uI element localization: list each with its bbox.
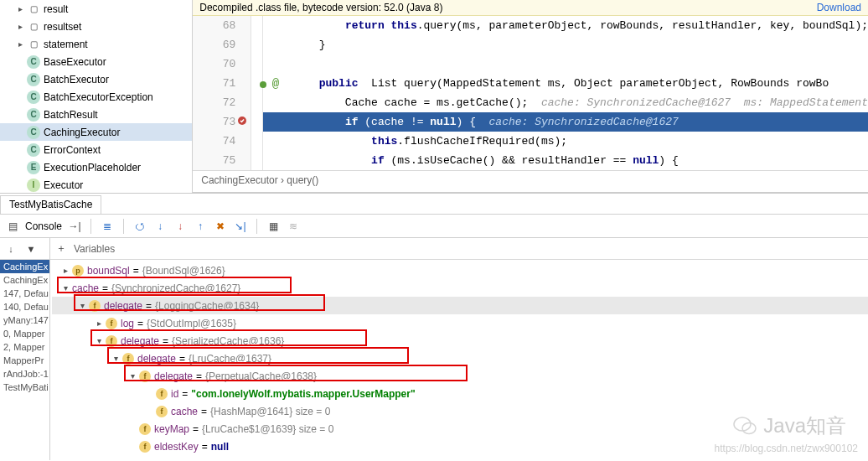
frame-item[interactable]: 2, Mapper — [0, 340, 49, 354]
var-icon: f — [156, 388, 168, 400]
frame-item[interactable]: yMany:147 — [0, 313, 49, 327]
var-icon: p — [72, 265, 84, 277]
decompile-banner: Decompiled .class file, bytecode version… — [193, 0, 868, 16]
variable-row[interactable]: ▾fdelegate={PerpetualCache@1638} — [52, 367, 868, 385]
variable-row[interactable]: ▾cache={SynchronizedCache@1627} — [52, 279, 868, 297]
breadcrumb[interactable]: CachingExecutor › query() — [193, 170, 868, 190]
chevron-icon[interactable]: ▸ — [64, 266, 72, 275]
chevron-right-icon: › — [278, 174, 287, 186]
var-name: eldestKey — [154, 441, 199, 453]
chevron-icon[interactable]: ▸ — [18, 39, 27, 49]
console-icon[interactable]: ▤ — [5, 219, 20, 234]
variable-row[interactable]: ▾fdelegate={LruCache@1637} — [52, 350, 868, 367]
separator — [256, 219, 257, 234]
chevron-icon[interactable]: ▸ — [18, 4, 27, 13]
project-tree-item[interactable]: ▸▢statement — [0, 35, 192, 53]
chevron-icon[interactable]: ▸ — [97, 319, 106, 328]
var-icon: f — [122, 353, 134, 365]
chevron-icon[interactable]: ▾ — [80, 301, 89, 310]
frame-item[interactable]: 0, Mapper — [0, 327, 49, 340]
chevron-icon[interactable]: ▸ — [18, 22, 27, 31]
variable-row[interactable]: ▾fdelegate={LoggingCache@1634} — [52, 297, 868, 314]
watermark: Java知音 — [733, 412, 846, 439]
project-tree-item[interactable]: IExecutor — [0, 176, 192, 193]
frames-icon[interactable]: ≣ — [100, 219, 115, 234]
force-step-into-icon[interactable]: ↓ — [173, 219, 188, 234]
add-watch-icon[interactable]: ＋ — [54, 241, 69, 256]
chevron-icon[interactable]: ▾ — [64, 283, 72, 293]
var-icon: f — [89, 300, 101, 312]
frame-item[interactable]: TestMyBati — [0, 381, 49, 394]
debug-tab[interactable]: TestMyBatisCache — [0, 195, 101, 214]
code-line[interactable]: if (cache != null) { cache: Synchronized… — [263, 112, 868, 132]
code-area[interactable]: 68697071@72737475 return this.query(ms, … — [193, 16, 868, 170]
code-line[interactable]: this.flushCacheIfRequired(ms); — [263, 132, 868, 151]
tab-out-icon[interactable]: →| — [67, 219, 82, 234]
debug-toolbar: ▤ Console →| ≣ ⭯ ↓ ↓ ↑ ✖ ↘| ▦ ≋ — [0, 215, 868, 238]
breakpoint-icon[interactable] — [237, 116, 247, 126]
step-out-icon[interactable]: ↑ — [193, 219, 208, 234]
step-into-icon[interactable]: ↓ — [152, 219, 168, 234]
code-line[interactable]: } — [263, 35, 868, 54]
breadcrumb-class[interactable]: CachingExecutor — [201, 174, 277, 186]
code-line[interactable]: if (ms.isUseCache() && resultHandler == … — [263, 151, 868, 170]
trace-icon[interactable]: ≋ — [286, 219, 301, 234]
var-name: keyMap — [154, 423, 189, 435]
drop-frame-icon[interactable]: ✖ — [213, 219, 228, 234]
code-line[interactable]: Cache cache = ms.getCache(); cache: Sync… — [263, 93, 868, 112]
project-tree-item[interactable]: ▸▢resultset — [0, 18, 192, 35]
tree-label: statement — [44, 39, 88, 50]
file-icon: E — [27, 161, 40, 174]
project-tree-item[interactable]: EExecutionPlaceholder — [0, 158, 192, 176]
override-icon[interactable] — [259, 76, 267, 96]
chevron-icon[interactable]: ▾ — [97, 336, 106, 345]
breadcrumb-method[interactable]: query() — [287, 174, 318, 186]
code-line[interactable]: public List query(MappedStatement ms, Ob… — [263, 74, 868, 93]
tree-label: resultset — [44, 21, 81, 33]
evaluate-icon[interactable]: ▦ — [266, 219, 281, 234]
down-icon[interactable]: ↓ — [3, 241, 18, 256]
code-line[interactable]: return this.query(ms, parameterObject, r… — [263, 16, 868, 35]
tree-label: BaseExecutor — [44, 56, 106, 68]
project-tree-item[interactable]: CBatchResult — [0, 106, 192, 123]
var-name: id — [171, 388, 178, 400]
step-over-icon[interactable]: ⭯ — [132, 219, 147, 234]
project-tree-item[interactable]: CBatchExecutorException — [0, 88, 192, 106]
frames-toolbar: ↓ ▼ — [0, 238, 49, 260]
download-link[interactable]: Download — [817, 2, 861, 13]
tree-label: Executor — [44, 179, 83, 191]
project-tree-item[interactable]: CErrorContext — [0, 141, 192, 158]
file-icon: C — [27, 126, 40, 139]
chevron-icon[interactable]: ▾ — [131, 371, 139, 381]
variable-row[interactable]: ▸pboundSql={BoundSql@1626} — [52, 262, 868, 279]
variable-row[interactable]: ▾fdelegate={SerializedCache@1636} — [52, 332, 868, 350]
filter-icon[interactable]: ▼ — [23, 241, 39, 256]
file-icon: C — [27, 108, 40, 122]
vars-title: Variables — [74, 243, 115, 255]
frame-item[interactable]: MapperPr — [0, 354, 49, 367]
var-icon: f — [106, 318, 117, 329]
code-line[interactable] — [263, 54, 868, 74]
var-icon: f — [139, 370, 151, 382]
project-tree-item[interactable]: CCachingExecutor — [0, 123, 192, 141]
file-icon: ▢ — [27, 3, 40, 16]
editor: Decompiled .class file, bytecode version… — [193, 0, 868, 193]
project-tree[interactable]: ▸▢result▸▢resultset▸▢statementCBaseExecu… — [0, 0, 193, 193]
project-tree-item[interactable]: CBatchExecutor — [0, 70, 192, 88]
var-name: delegate — [137, 353, 176, 365]
frame-item[interactable]: CachingEx — [0, 273, 49, 287]
frames-list[interactable]: ↓ ▼ CachingExCachingEx147, Defau140, Def… — [0, 238, 50, 460]
variable-row[interactable]: ▸flog={StdOutImpl@1635} — [52, 314, 868, 332]
console-label[interactable]: Console — [25, 220, 62, 232]
frame-item[interactable]: rAndJob:-1 — [0, 367, 49, 381]
frame-item[interactable]: CachingEx — [0, 260, 49, 273]
var-name: log — [121, 318, 134, 329]
frame-item[interactable]: 140, Defau — [0, 300, 49, 313]
run-to-cursor-icon[interactable]: ↘| — [233, 219, 248, 234]
variable-row[interactable]: fid="com.lonelyWolf.mybatis.mapper.UserM… — [52, 385, 868, 402]
code-lines[interactable]: return this.query(ms, parameterObject, r… — [263, 16, 868, 170]
frame-item[interactable]: 147, Defau — [0, 287, 49, 300]
project-tree-item[interactable]: CBaseExecutor — [0, 53, 192, 70]
chevron-icon[interactable]: ▾ — [114, 354, 122, 363]
project-tree-item[interactable]: ▸▢result — [0, 0, 192, 18]
